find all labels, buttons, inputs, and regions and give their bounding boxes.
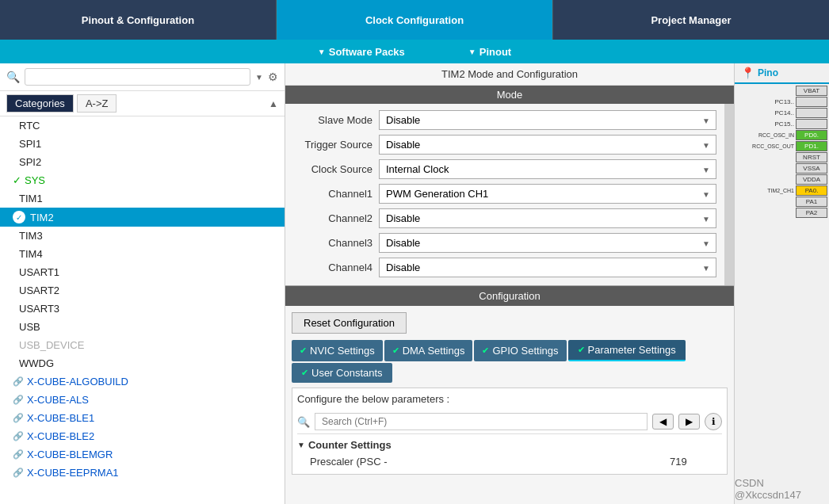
user-check-icon: ✔	[301, 368, 308, 378]
second-nav-software-packs[interactable]: ▼ Software Packs	[318, 46, 405, 58]
pin-row-pc14: PC14..	[736, 108, 827, 118]
configure-area: Configure the below parameters : 🔍 ◀ ▶ ℹ…	[292, 388, 728, 475]
sidebar-item-tim1[interactable]: TIM1	[0, 189, 285, 208]
counter-section-header[interactable]: ▼ Counter Settings	[297, 437, 722, 452]
pin-row-pa2: PA2	[736, 208, 827, 218]
collapse-arrow-icon: ▼	[297, 441, 305, 449]
chip-icon: 📍	[741, 67, 755, 79]
sidebar-item-spi1[interactable]: SPI1	[0, 135, 285, 153]
slave-mode-select-wrapper[interactable]: Disable ▼	[379, 110, 716, 130]
sidebar-tabs: Categories A->Z ▲	[0, 91, 285, 116]
dma-check-icon: ✔	[392, 346, 399, 356]
form-row-channel1: Channel1 PWM Generation CH1 ▼	[292, 184, 728, 204]
mode-scrollbar[interactable]	[724, 104, 734, 285]
link-icon-eeprma1: 🔗	[13, 468, 24, 478]
slave-mode-select[interactable]: Disable	[379, 110, 716, 130]
tab-categories[interactable]: Categories	[6, 94, 74, 113]
channel4-select-wrapper[interactable]: Disable ▼	[379, 258, 716, 277]
pin-label-rcc-osc-in: RCC_OSC_IN	[758, 132, 796, 138]
tab-gpio-settings[interactable]: ✔ GPIO Settings	[474, 340, 566, 361]
search-icon: 🔍	[6, 71, 20, 83]
channel3-select-wrapper[interactable]: Disable ▼	[379, 233, 716, 253]
sidebar-item-tim4[interactable]: TIM4	[0, 245, 285, 263]
sidebar-item-spi2[interactable]: SPI2	[0, 153, 285, 171]
sidebar-item-x-cube-blemgr[interactable]: 🔗 X-CUBE-BLEMGR	[0, 445, 285, 464]
channel3-select[interactable]: Disable	[379, 233, 716, 253]
param-search-row: 🔍 ◀ ▶ ℹ	[297, 410, 722, 434]
tab-user-constants[interactable]: ✔ User Constants	[292, 363, 392, 383]
sidebar-item-x-cube-als[interactable]: 🔗 X-CUBE-ALS	[0, 391, 285, 409]
configuration-section: Configuration Reset Configuration ✔ NVIC…	[285, 286, 734, 481]
clock-source-select[interactable]: Internal Clock	[379, 159, 716, 179]
sidebar-item-usart1[interactable]: USART1	[0, 263, 285, 281]
tab-nvic-settings[interactable]: ✔ NVIC Settings	[292, 340, 383, 361]
channel2-label: Channel2	[292, 212, 379, 224]
channel4-select[interactable]: Disable	[379, 258, 716, 277]
tab-dma-settings[interactable]: ✔ DMA Settings	[384, 340, 473, 361]
pin-box-pc13	[796, 97, 827, 107]
nav-item-project[interactable]: Project Manager	[553, 0, 829, 40]
prescaler-label: Prescaler (PSC -	[310, 456, 670, 468]
sidebar-item-x-cube-algobuild[interactable]: 🔗 X-CUBE-ALGOBUILD	[0, 372, 285, 391]
mode-section-header: Mode	[285, 86, 734, 104]
param-search-input[interactable]	[315, 413, 648, 430]
pin-label-pc13: PC13..	[775, 98, 796, 105]
nvic-check-icon: ✔	[300, 346, 307, 356]
channel2-select[interactable]: Disable	[379, 208, 716, 228]
slave-mode-label: Slave Mode	[292, 114, 379, 126]
nav-item-clock[interactable]: Clock Configuration	[277, 0, 553, 40]
sidebar-item-tim2[interactable]: ✓ TIM2	[0, 208, 285, 227]
sidebar-item-rtc[interactable]: RTC	[0, 116, 285, 135]
clock-source-select-wrapper[interactable]: Internal Clock ▼	[379, 159, 716, 179]
second-nav-pinout[interactable]: ▼ Pinout	[468, 46, 511, 58]
link-icon-als: 🔗	[13, 395, 24, 405]
pin-label-pc14: PC14..	[775, 109, 796, 116]
pin-row-nrst: NRST	[736, 152, 827, 162]
next-result-button[interactable]: ▶	[678, 414, 700, 430]
prev-result-button[interactable]: ◀	[652, 414, 674, 430]
check-icon: ✓	[13, 174, 21, 186]
prescaler-value: 719	[670, 456, 709, 468]
clock-source-label: Clock Source	[292, 163, 379, 175]
channel1-select[interactable]: PWM Generation CH1	[379, 184, 716, 204]
pin-row-vssa: VSSA	[736, 163, 827, 174]
pin-label-rcc-osc-out: RCC_OSC_OUT	[752, 143, 796, 149]
gpio-check-icon: ✔	[482, 346, 489, 356]
nav-item-pinout[interactable]: Pinout & Configuration	[0, 0, 277, 40]
form-row-clock-source: Clock Source Internal Clock ▼	[292, 159, 728, 179]
pin-row-vdda: VDDA	[736, 174, 827, 185]
pin-box-pa2: PA2	[796, 208, 827, 218]
main-content: 🔍 ▼ ⚙ Categories A->Z ▲ RTC SPI1	[0, 63, 829, 504]
pin-row-pc13: PC13..	[736, 97, 827, 107]
sidebar-item-tim3[interactable]: TIM3	[0, 227, 285, 245]
sidebar-item-wwdg[interactable]: WWDG	[0, 354, 285, 372]
sidebar-item-usart2[interactable]: USART2	[0, 281, 285, 300]
form-row-channel4: Channel4 Disable ▼	[292, 258, 728, 277]
sidebar-item-usb[interactable]: USB	[0, 318, 285, 336]
info-button[interactable]: ℹ	[705, 413, 722, 430]
tab-atoz[interactable]: A->Z	[77, 94, 117, 113]
channel2-select-wrapper[interactable]: Disable ▼	[379, 208, 716, 228]
pin-label-pc15: PC15..	[775, 120, 796, 128]
form-row-channel3: Channel3 Disable ▼	[292, 233, 728, 253]
configure-text: Configure the below parameters :	[297, 393, 722, 405]
sidebar-item-x-cube-ble1[interactable]: 🔗 X-CUBE-BLE1	[0, 409, 285, 427]
reset-configuration-button[interactable]: Reset Configuration	[292, 312, 407, 334]
link-icon-algobuild: 🔗	[13, 376, 24, 387]
sidebar-item-x-cube-ble2[interactable]: 🔗 X-CUBE-BLE2	[0, 427, 285, 445]
sidebar-search-input[interactable]	[25, 68, 250, 86]
gear-icon[interactable]: ⚙	[268, 71, 278, 83]
trigger-source-select-wrapper[interactable]: Disable ▼	[379, 135, 716, 155]
trigger-source-select[interactable]: Disable	[379, 135, 716, 155]
link-icon-ble2: 🔗	[13, 431, 24, 441]
sidebar-item-sys[interactable]: ✓ SYS	[0, 171, 285, 189]
sidebar-item-usb-device[interactable]: USB_DEVICE	[0, 336, 285, 354]
channel1-select-wrapper[interactable]: PWM Generation CH1 ▼	[379, 184, 716, 204]
tab-parameter-settings[interactable]: ✔ Parameter Settings	[568, 340, 686, 361]
mode-form: Slave Mode Disable ▼ Trigger Source Disa…	[285, 104, 734, 286]
sidebar-item-x-cube-eeprma1[interactable]: 🔗 X-CUBE-EEPRMA1	[0, 464, 285, 482]
pin-box-pc14	[796, 108, 827, 118]
sidebar-item-usart3[interactable]: USART3	[0, 300, 285, 318]
center-panel: TIM2 Mode and Configuration Mode Slave M…	[285, 63, 734, 504]
channel1-label: Channel1	[292, 188, 379, 200]
